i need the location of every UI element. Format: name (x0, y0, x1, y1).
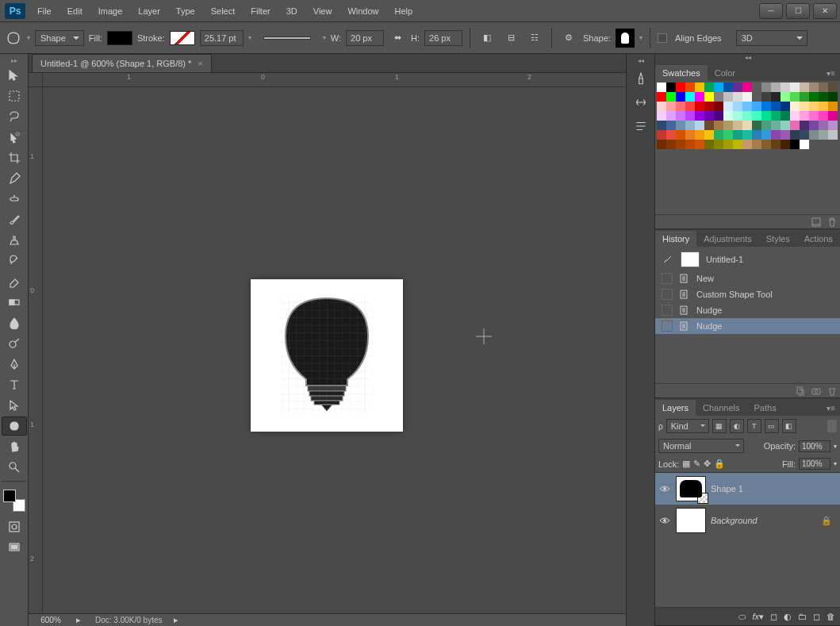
swatch[interactable] (676, 83, 685, 92)
swatch[interactable] (790, 140, 800, 149)
tab-swatches[interactable]: Swatches (655, 65, 708, 81)
swatch[interactable] (676, 92, 685, 102)
history-state[interactable]: Nudge (655, 302, 840, 318)
ruler-vertical[interactable]: 1012 (29, 87, 43, 613)
swatch[interactable] (714, 140, 723, 149)
swatch[interactable] (819, 121, 828, 130)
custom-shape-tool-icon[interactable] (5, 29, 22, 47)
swatch[interactable] (714, 130, 723, 140)
swatch[interactable] (723, 102, 733, 111)
tab-color[interactable]: Color (708, 65, 742, 81)
swatch[interactable] (828, 130, 838, 140)
swatch[interactable] (723, 140, 733, 149)
swatch[interactable] (704, 121, 714, 130)
blur-tool[interactable] (2, 313, 27, 332)
brush-presets-icon[interactable] (629, 68, 653, 89)
swatch[interactable] (761, 121, 771, 130)
swatch[interactable] (733, 92, 742, 102)
swatch[interactable] (723, 111, 733, 121)
swatch[interactable] (790, 83, 800, 92)
tab-styles[interactable]: Styles (759, 231, 797, 247)
layer-mask-icon[interactable]: ◻ (770, 612, 777, 622)
swatch[interactable] (657, 102, 666, 111)
pen-tool[interactable] (2, 355, 27, 374)
swatch[interactable] (742, 140, 752, 149)
filter-shape-icon[interactable]: ▭ (765, 419, 779, 433)
filter-toggle[interactable] (827, 420, 837, 432)
menu-view[interactable]: View (306, 2, 339, 21)
lock-all-icon[interactable]: 🔒 (714, 459, 725, 469)
swatch[interactable] (800, 111, 809, 121)
swatch[interactable] (685, 92, 695, 102)
crop-tool[interactable] (2, 148, 27, 167)
history-snapshot[interactable]: Untitled-1 (655, 248, 840, 271)
swatch[interactable] (781, 121, 790, 130)
menu-filter[interactable]: Filter (244, 2, 277, 21)
swatch[interactable] (761, 140, 771, 149)
swatch[interactable] (742, 92, 752, 102)
swatch[interactable] (676, 130, 685, 140)
layer-name[interactable]: Background (711, 516, 758, 525)
swatch[interactable] (809, 102, 819, 111)
history-delete-icon[interactable] (827, 386, 837, 396)
tab-adjustments[interactable]: Adjustments (696, 231, 759, 247)
swatch[interactable] (714, 121, 723, 130)
swatch[interactable] (771, 92, 781, 102)
swatch[interactable] (723, 121, 733, 130)
close-tab-icon[interactable]: × (198, 59, 202, 68)
swatch[interactable] (771, 111, 781, 121)
swatch[interactable] (723, 83, 733, 92)
workspace-select[interactable]: 3D (736, 30, 807, 46)
swatch[interactable] (752, 83, 761, 92)
menu-file[interactable]: File (30, 2, 59, 21)
lock-pixels-icon[interactable]: ✎ (693, 459, 700, 469)
swatch[interactable] (790, 130, 800, 140)
gradient-tool[interactable] (2, 293, 27, 312)
swatch[interactable] (828, 102, 838, 111)
swatch[interactable] (666, 83, 676, 92)
quick-select-tool[interactable] (2, 128, 27, 147)
swatch[interactable] (742, 111, 752, 121)
window-close-button[interactable]: ✕ (813, 3, 837, 19)
swatch[interactable] (819, 83, 828, 92)
swatch[interactable] (685, 130, 695, 140)
swatch[interactable] (771, 130, 781, 140)
swatch[interactable] (800, 121, 809, 130)
swatch[interactable] (761, 102, 771, 111)
swatch[interactable] (800, 140, 809, 149)
swatch[interactable] (685, 121, 695, 130)
swatch[interactable] (676, 102, 685, 111)
dodge-tool[interactable] (2, 334, 27, 353)
foreground-color[interactable] (3, 490, 16, 502)
swatch[interactable] (828, 111, 838, 121)
document-tab[interactable]: Untitled-1 @ 600% (Shape 1, RGB/8) * × (32, 54, 212, 72)
swatches-menu-icon[interactable]: ▾≡ (822, 66, 840, 81)
menu-select[interactable]: Select (204, 2, 243, 21)
swatch[interactable] (695, 140, 704, 149)
swatch[interactable] (752, 130, 761, 140)
swatch[interactable] (819, 92, 828, 102)
swatch[interactable] (809, 130, 819, 140)
eraser-tool[interactable] (2, 272, 27, 291)
swatch[interactable] (657, 111, 666, 121)
swatch[interactable] (666, 140, 676, 149)
swatch[interactable] (685, 111, 695, 121)
swatch[interactable] (723, 130, 733, 140)
lock-transparency-icon[interactable]: ▦ (682, 459, 690, 469)
type-tool[interactable] (2, 375, 27, 394)
filter-adjust-icon[interactable]: ◐ (730, 419, 744, 433)
color-swatches[interactable] (3, 490, 25, 512)
path-operations-icon[interactable]: ◧ (478, 29, 497, 48)
canvas[interactable] (251, 279, 403, 432)
swatch[interactable] (685, 102, 695, 111)
panels-collapse-button[interactable]: ◂◂ (655, 54, 840, 63)
custom-shape-tool[interactable] (2, 417, 27, 436)
clone-stamp-tool[interactable] (2, 231, 27, 250)
new-layer-icon[interactable]: ◻ (813, 612, 820, 622)
swatch[interactable] (771, 140, 781, 149)
swatch[interactable] (695, 92, 704, 102)
gear-icon[interactable]: ⚙ (559, 29, 578, 48)
marquee-tool[interactable] (2, 86, 27, 106)
swatch[interactable] (666, 130, 676, 140)
history-brush-tool[interactable] (2, 252, 27, 271)
